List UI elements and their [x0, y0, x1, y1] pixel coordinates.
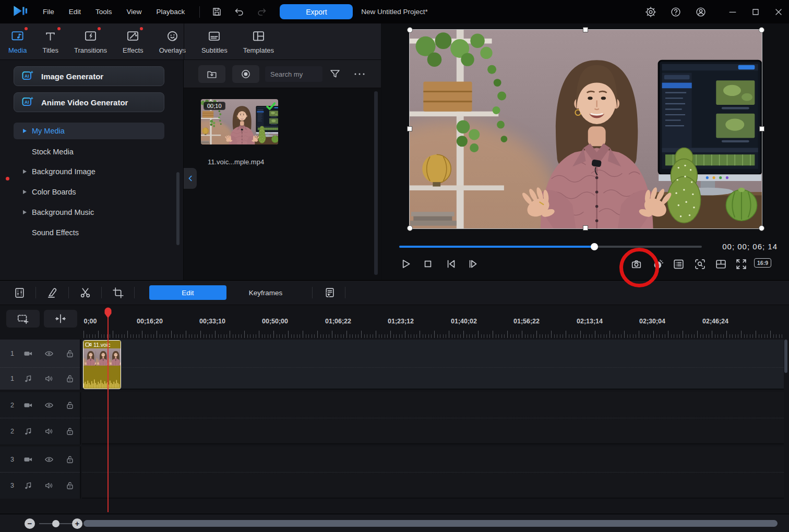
tab-subtitles[interactable]: Subtitles [201, 29, 228, 54]
seek-knob[interactable] [591, 243, 598, 250]
zoom-in-button[interactable]: + [72, 518, 82, 529]
sidebar-item-background-image[interactable]: Background Image [14, 163, 164, 180]
more-options-button[interactable] [353, 69, 366, 79]
render-preview-button[interactable] [650, 256, 667, 272]
track-lock-icon[interactable] [65, 454, 75, 465]
undo-button[interactable] [234, 6, 245, 17]
maximize-button[interactable] [750, 7, 761, 17]
audio-track-1-lane[interactable] [82, 368, 784, 390]
sidebar-item-background-music[interactable]: Background Music [14, 204, 164, 221]
preview-video-canvas[interactable] [410, 30, 762, 228]
selection-handle-mid-left[interactable] [407, 126, 412, 131]
video-track-3-lane[interactable] [82, 446, 784, 473]
sidebar-item-my-media[interactable]: My Media [14, 123, 164, 139]
track-lock-icon[interactable] [65, 426, 75, 437]
tab-templates[interactable]: Templates [243, 29, 274, 54]
anime-video-generator-button[interactable]: AI Anime Video Generator [14, 92, 164, 112]
audio-track-2-lane[interactable] [82, 418, 784, 444]
selection-handle-mid-right[interactable] [759, 126, 764, 131]
playhead-marker[interactable] [104, 307, 112, 321]
track-lock-icon[interactable] [65, 348, 75, 359]
timeline-panel[interactable]: 0;00 00;16;20 00;33;10 00;50;00 01;06;22… [0, 305, 789, 514]
timeline-clip[interactable]: 11.voic [83, 340, 121, 389]
track-lock-icon[interactable] [65, 373, 75, 384]
video-track-1-lane[interactable] [82, 340, 784, 368]
image-generator-button[interactable]: AI Image Generator [14, 66, 164, 86]
help-icon[interactable] [670, 6, 682, 18]
seek-bar[interactable] [399, 246, 702, 248]
track-visibility-eye-icon[interactable] [44, 348, 54, 359]
export-button[interactable]: Export [280, 4, 353, 19]
timeline-ruler-ticks[interactable] [83, 330, 784, 338]
menu-tools[interactable]: Tools [95, 8, 112, 16]
selection-handle-top-center[interactable] [583, 27, 588, 32]
crop-button[interactable] [109, 284, 127, 301]
edit-mode-tab[interactable]: Edit [149, 285, 226, 300]
previous-frame-button[interactable] [443, 256, 459, 272]
audio-track-3-lane[interactable] [82, 473, 784, 499]
razor-tool-button[interactable] [43, 284, 61, 301]
minimize-button[interactable] [727, 7, 738, 17]
import-media-button[interactable] [198, 65, 225, 83]
split-scissors-button[interactable] [76, 284, 94, 301]
tab-effects[interactable]: Effects [123, 29, 144, 54]
adjust-panel-button[interactable] [10, 284, 28, 301]
context-menu-button[interactable] [320, 284, 338, 301]
split-screen-button[interactable] [712, 256, 729, 272]
selection-handle-bottom-left[interactable] [407, 225, 413, 231]
close-button[interactable] [773, 7, 784, 17]
zoom-out-button[interactable]: − [25, 518, 35, 529]
add-track-button[interactable] [6, 310, 40, 328]
tab-titles[interactable]: Titles [42, 29, 58, 54]
menu-playback[interactable]: Playback [157, 8, 185, 16]
zoom-fit-button[interactable] [691, 256, 708, 272]
playback-quality-list-button[interactable] [670, 256, 687, 272]
menu-file[interactable]: File [43, 8, 54, 16]
next-frame-button[interactable] [464, 256, 481, 272]
playhead-line[interactable] [107, 308, 109, 512]
selection-handle-top-left[interactable] [407, 27, 413, 33]
record-button[interactable] [232, 65, 259, 83]
settings-gear-icon[interactable] [645, 6, 656, 18]
menu-edit[interactable]: Edit [69, 8, 81, 16]
zoom-slider-knob[interactable] [52, 520, 59, 527]
account-icon[interactable] [695, 6, 707, 18]
media-clip-card[interactable]: 00;10 [201, 99, 278, 144]
timeline-ruler[interactable]: 0;00 00;16;20 00;33;10 00;50;00 01;06;22… [82, 318, 789, 326]
search-input[interactable] [265, 66, 322, 82]
sidebar-item-sound-effects[interactable]: Sound Effects [14, 224, 164, 241]
stop-button[interactable] [420, 256, 436, 272]
menu-view[interactable]: View [127, 8, 142, 16]
track-mute-speaker-icon[interactable] [44, 480, 54, 491]
video-track-2-lane[interactable] [82, 392, 784, 418]
selection-handle-bottom-center[interactable] [583, 225, 588, 231]
aspect-ratio-button[interactable]: 16:9 [754, 258, 771, 268]
tab-transitions[interactable]: Transitions [74, 29, 107, 54]
sidebar-item-stock-media[interactable]: Stock Media [14, 143, 164, 160]
track-number: 2 [10, 402, 14, 409]
filter-funnel-icon[interactable] [329, 68, 341, 80]
track-lock-icon[interactable] [65, 480, 75, 491]
media-scrollbar[interactable] [374, 91, 378, 275]
track-visibility-eye-icon[interactable] [44, 400, 54, 410]
selection-handle-bottom-right[interactable] [759, 225, 764, 231]
track-mute-speaker-icon[interactable] [44, 426, 54, 437]
sidebar-item-color-boards[interactable]: Color Boards [14, 184, 164, 200]
snap-button[interactable] [44, 310, 77, 328]
save-button[interactable] [211, 6, 222, 17]
timeline-horizontal-scrollbar[interactable] [83, 520, 778, 527]
fullscreen-button[interactable] [733, 256, 749, 272]
keyframes-mode-tab[interactable]: Keyframes [226, 285, 305, 300]
play-button[interactable] [397, 256, 414, 272]
timeline-vertical-scrollbar[interactable] [784, 340, 787, 373]
tab-overlays[interactable]: Overlays [159, 29, 186, 54]
selection-handle-top-right[interactable] [759, 27, 764, 33]
tab-media[interactable]: Media [8, 29, 27, 54]
collapse-panel-button[interactable] [184, 168, 197, 189]
sidebar-scrollbar[interactable] [176, 172, 180, 245]
track-mute-speaker-icon[interactable] [44, 373, 54, 384]
track-visibility-eye-icon[interactable] [44, 454, 54, 465]
snapshot-camera-button[interactable] [628, 256, 644, 272]
track-lock-icon[interactable] [65, 400, 75, 410]
redo-button[interactable] [256, 6, 267, 17]
